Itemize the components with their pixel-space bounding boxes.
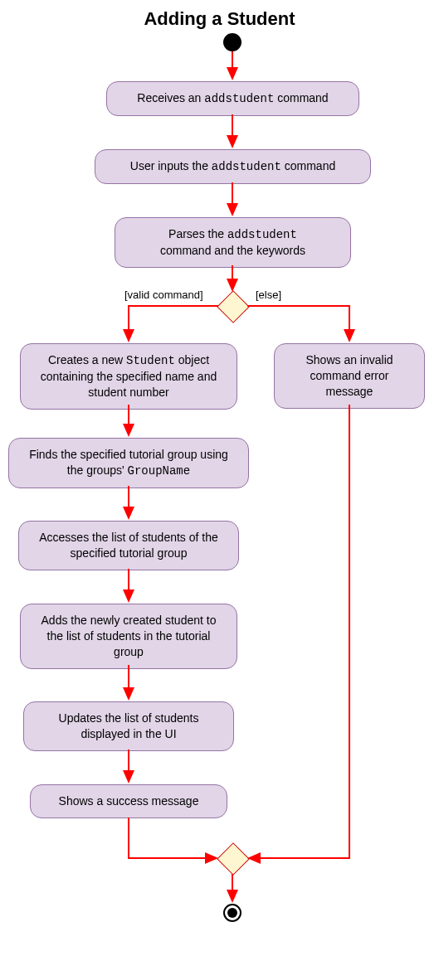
guard-else: [else] <box>256 289 281 301</box>
start-node <box>223 33 241 51</box>
activity-user-inputs: User inputs the addstudent command <box>95 149 371 184</box>
activity-diagram: Receives an addstudent command User inpu… <box>8 33 431 970</box>
activity-find-group: Finds the specified tutorial group using… <box>8 438 249 488</box>
activity-create-student: Creates a new Student object containing … <box>20 343 237 410</box>
activity-access-list: Accesses the list of students of the spe… <box>18 521 239 570</box>
merge-node <box>217 842 250 876</box>
activity-success: Shows a success message <box>30 784 227 818</box>
activity-add-student: Adds the newly created student to the li… <box>20 604 237 669</box>
activity-receives: Receives an addstudent command <box>106 81 359 116</box>
activity-update-ui: Updates the list of students displayed i… <box>23 701 234 751</box>
activity-error: Shows an invalid command error message <box>274 343 425 409</box>
guard-valid: [valid command] <box>124 289 203 301</box>
end-node <box>223 904 241 922</box>
decision-valid <box>217 290 250 323</box>
diagram-title: Adding a Student <box>8 8 431 30</box>
activity-parses: Parses the addstudent command and the ke… <box>115 217 351 268</box>
